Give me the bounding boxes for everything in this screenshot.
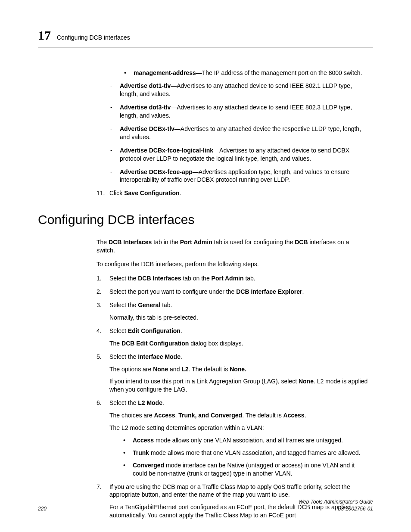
step-number: 4.	[97, 327, 102, 335]
bold-text: None	[299, 378, 314, 385]
text: . The default is	[189, 366, 230, 373]
bold-text: Port Admin	[180, 239, 212, 246]
bold-text: Converged	[133, 462, 164, 469]
list-item: Advertise DCBx-fcoe-logical-link—Adverti…	[109, 146, 369, 163]
text: .	[162, 399, 164, 406]
chapter-number: 17	[38, 27, 51, 44]
bold-text: Access	[154, 412, 175, 419]
list-item: Trunk mode allows more that one VLAN ass…	[122, 449, 369, 457]
term: Advertise dot1-tlv	[120, 82, 171, 89]
text: Select the	[109, 275, 138, 282]
bold-text: DCB Interface Explorer	[236, 288, 302, 295]
text: mode allows only one VLAN association, a…	[154, 437, 343, 444]
list-item: Advertise dot3-tlv—Advertises to any att…	[109, 103, 369, 120]
bold-text: Access	[283, 412, 305, 419]
document-number: 53-1002756-01	[299, 505, 373, 512]
sub-paragraph: Normally, this tab is pre-selected.	[109, 314, 369, 322]
term: Advertise DCBx-fcoe-app	[120, 168, 193, 175]
list-item: Access mode allows only one VLAN associa…	[122, 436, 369, 445]
text: mode interface can be Native (untagged o…	[133, 462, 355, 477]
step-number: 6.	[97, 399, 102, 407]
text: tab.	[160, 302, 172, 308]
sub-paragraph: The choices are Access, Trunk, and Conve…	[109, 411, 369, 420]
intro-paragraph: The DCB Interfaces tab in the Port Admin…	[97, 238, 369, 255]
step-11: 11. Click Save Configuration.	[97, 189, 369, 197]
bold-text: General	[138, 302, 160, 308]
text: If you intend to use this port in a Link…	[109, 378, 299, 385]
steps-list: 1. Select the DCB Interfaces tab on the …	[97, 274, 369, 520]
sub-paragraph: The L2 mode setting determines operation…	[109, 424, 369, 432]
page: 17 Configuring DCB interfaces management…	[0, 0, 411, 532]
text: The choices are	[109, 412, 154, 419]
list-item: Advertise DCBx-tlv—Advertises to any att…	[109, 125, 369, 141]
content-area: management-address—The IP address of the…	[38, 69, 373, 198]
sub-paragraph: The DCB Edit Configuration dialog box di…	[109, 339, 369, 348]
text: .	[181, 353, 182, 360]
chapter-title: Configuring DCB interfaces	[57, 34, 130, 42]
intro-paragraph: To configure the DCB interfaces, perform…	[97, 260, 369, 268]
text: Select the	[109, 353, 138, 360]
bold-text: Trunk, and Converged	[178, 412, 242, 419]
sub-paragraph: The options are None and L2. The default…	[109, 365, 369, 373]
step-number: 2.	[97, 288, 102, 296]
bullet-list: Access mode allows only one VLAN associa…	[109, 436, 369, 478]
step-number: 11.	[97, 189, 105, 197]
term: management-address	[134, 69, 196, 76]
text: . The default is	[242, 412, 283, 419]
bold-text: Port Admin	[212, 275, 244, 282]
content-area: The DCB Interfaces tab in the Port Admin…	[38, 238, 373, 520]
text: .	[180, 190, 181, 196]
text: .	[181, 327, 182, 334]
text: .	[302, 288, 304, 295]
text: Select the port you want to configure un…	[109, 288, 236, 295]
text: dialog box displays.	[189, 340, 243, 347]
list-item: 11. Click Save Configuration.	[97, 189, 369, 197]
text: Select	[109, 327, 128, 334]
bold-text: DCB Interfaces	[109, 239, 152, 246]
step-number: 1.	[97, 274, 102, 283]
bold-text: L2 Mode	[138, 399, 162, 406]
list-item: Advertise dot1-tlv—Advertises to any att…	[109, 82, 369, 98]
list-item: 5. Select the Interface Mode. The option…	[97, 353, 369, 394]
sub-bullet-list: management-address—The IP address of the…	[97, 69, 369, 77]
page-number: 220	[38, 505, 47, 512]
bold-text: Access	[133, 437, 154, 444]
desc: —The IP address of the management port o…	[196, 69, 362, 76]
list-item: 6. Select the L2 Mode. The choices are A…	[97, 399, 369, 477]
step-number: 7.	[97, 483, 102, 491]
term: Advertise dot3-tlv	[120, 104, 171, 111]
bold-text: DCB Edit Configuration	[121, 340, 189, 347]
term: Advertise DCBx-fcoe-logical-link	[120, 147, 213, 154]
list-item: 4. Select Edit Configuration. The DCB Ed…	[97, 327, 369, 348]
text: Select the	[109, 302, 138, 308]
sub-paragraph: If you intend to use this port in a Link…	[109, 377, 369, 394]
list-item: Converged mode interface can be Native (…	[122, 461, 369, 478]
bold-text: Edit Configuration	[128, 327, 181, 334]
bold-text: Interface Mode	[138, 353, 181, 360]
step-number: 3.	[97, 301, 102, 309]
text: .	[305, 412, 306, 419]
bold-text: None	[153, 366, 168, 373]
bold-text: Save Configuration	[124, 190, 179, 196]
text: The options are	[109, 366, 153, 373]
list-item: 1. Select the DCB Interfaces tab on the …	[97, 274, 369, 283]
section-heading: Configuring DCB interfaces	[38, 211, 373, 229]
list-item: 3. Select the General tab. Normally, thi…	[97, 301, 369, 322]
text: If you are using the DCB map or a Traffi…	[109, 483, 350, 498]
text: tab is used for configuring the	[212, 239, 295, 246]
text: Select the	[109, 399, 138, 406]
list-item: 2. Select the port you want to configure…	[97, 288, 369, 296]
dash-list: Advertise dot1-tlv—Advertises to any att…	[97, 82, 369, 184]
bold-text: Trunk	[133, 449, 149, 456]
text: mode allows more that one VLAN associati…	[149, 449, 360, 456]
bold-text: DCB Interfaces	[138, 275, 181, 282]
step-number: 5.	[97, 353, 102, 361]
page-header: 17 Configuring DCB interfaces	[38, 27, 373, 47]
text: Click	[109, 190, 124, 196]
page-footer: 220 Web Tools Administrator's Guide 53-1…	[38, 498, 373, 512]
text: and	[168, 366, 181, 373]
text: The	[97, 239, 109, 246]
bold-text: L2	[181, 366, 188, 373]
footer-right: Web Tools Administrator's Guide 53-10027…	[299, 498, 373, 512]
text: tab in the	[152, 239, 180, 246]
